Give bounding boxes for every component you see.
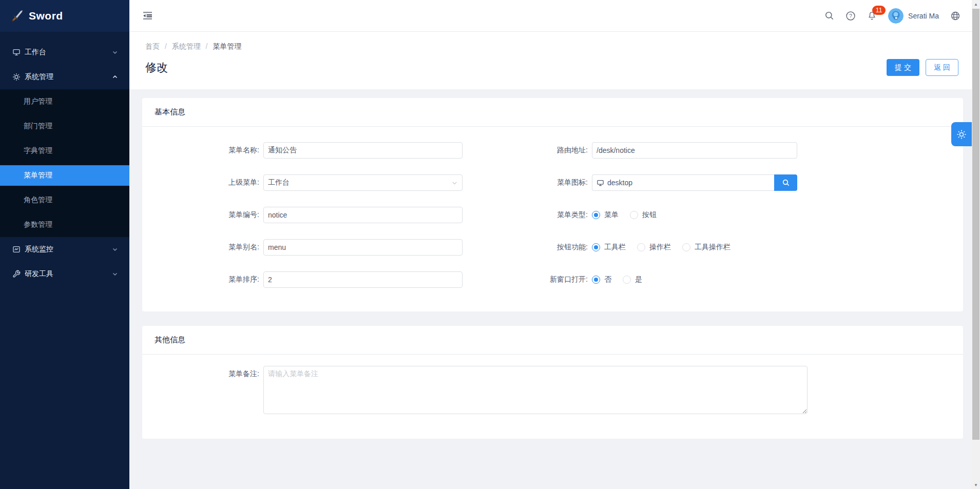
search-icon[interactable] [824,11,834,21]
sidebar-item-workbench[interactable]: 工作台 [0,40,129,65]
menu-name-input[interactable] [263,142,463,159]
scroll-down-arrow[interactable]: ▼ [972,481,980,489]
theme-settings-button[interactable] [951,122,972,146]
svg-text:?: ? [849,13,852,18]
sidebar-item-system-monitor[interactable]: 系统监控 [0,237,129,262]
sidebar-item-dept-mgmt[interactable]: 部门管理 [0,114,129,139]
button-func-label: 按钮功能: [463,243,592,252]
sidebar-item-label: 系统管理 [25,72,53,82]
sidebar-item-dev-tools[interactable]: 研发工具 [0,262,129,286]
breadcrumb-separator: / [206,42,208,50]
sidebar-item-label: 工作台 [25,48,46,57]
menu-icon-label: 菜单图标: [463,178,592,187]
help-icon[interactable]: ? [846,11,856,21]
menu-icon-field: desktop [592,174,797,191]
main-area: ? 11 Serati Ma 首页 / 系统管理 / [129,0,972,489]
sidebar-item-label: 部门管理 [24,122,52,131]
sidebar-item-label: 用户管理 [24,97,52,106]
radio-label: 否 [604,275,611,284]
sidebar-item-user-mgmt[interactable]: 用户管理 [0,89,129,114]
sidebar-item-menu-mgmt[interactable]: 菜单管理 [0,165,129,186]
sidebar-item-label: 系统监控 [25,245,53,254]
top-bar: ? 11 Serati Ma [129,0,972,32]
radio-yes[interactable]: 是 [623,275,642,284]
new-window-radio-group: 否 是 [592,275,654,284]
desktop-icon [12,48,21,56]
radio-button[interactable]: 按钮 [630,210,657,220]
remark-label: 菜单备注: [155,366,263,414]
language-globe-icon[interactable] [950,11,960,21]
icon-search-button[interactable] [774,174,797,191]
menu-name-label: 菜单名称: [155,146,263,155]
parent-menu-label: 上级菜单: [155,178,263,187]
chevron-down-icon [112,49,118,55]
sidebar-collapse-icon[interactable] [142,11,153,20]
radio-icon [682,243,690,251]
remark-textarea[interactable] [263,366,808,414]
brand-logo[interactable]: Sword [0,0,129,32]
system-mgmt-submenu: 用户管理 部门管理 字典管理 菜单管理 角色管理 参数管理 [0,89,129,237]
radio-icon [637,243,645,251]
back-button[interactable]: 返 回 [926,59,958,76]
menu-sort-label: 菜单排序: [155,275,263,284]
chevron-down-icon [112,246,118,252]
radio-label: 按钮 [642,210,657,220]
radio-label: 工具操作栏 [695,243,731,252]
breadcrumb-menu-mgmt: 菜单管理 [213,42,241,50]
sidebar-item-dict-mgmt[interactable]: 字典管理 [0,139,129,163]
menu-code-label: 菜单编号: [155,210,263,220]
route-input[interactable] [592,142,797,159]
menu-icon-input[interactable]: desktop [592,174,774,191]
radio-tool-action-bar[interactable]: 工具操作栏 [682,243,731,252]
scrollbar-thumb[interactable] [972,9,979,440]
gear-icon [12,73,21,81]
scrollbar[interactable]: ▲ ▼ [972,0,980,489]
avatar [888,8,904,24]
sidebar: Sword 工作台 系统管理 用户管理 部门管理 字典管理 菜单管理 [0,0,129,489]
scroll-up-arrow[interactable]: ▲ [972,0,980,8]
gear-icon [956,129,967,140]
notifications-bell[interactable]: 11 [867,11,877,21]
top-bar-right: ? 11 Serati Ma [824,8,960,24]
radio-icon [592,243,600,251]
sidebar-item-label: 研发工具 [25,269,53,279]
submit-button[interactable]: 提 交 [887,59,919,76]
page-title: 修改 [145,60,168,75]
radio-menu[interactable]: 菜单 [592,210,619,220]
menu-type-label: 菜单类型: [463,210,592,220]
user-name: Serati Ma [908,12,939,20]
breadcrumb-home[interactable]: 首页 [145,42,160,50]
search-icon [782,179,790,187]
menu-code-input[interactable] [263,207,463,223]
parent-menu-select[interactable]: 工作台 [263,174,463,191]
sword-logo-icon [10,9,24,23]
user-menu[interactable]: Serati Ma [888,8,939,24]
breadcrumb: 首页 / 系统管理 / 菜单管理 [145,42,958,51]
radio-icon [592,211,600,219]
page-head: 首页 / 系统管理 / 菜单管理 修改 提 交 返 回 [129,32,972,89]
radio-no[interactable]: 否 [592,275,611,284]
route-label: 路由地址: [463,146,592,155]
desktop-icon [597,179,604,187]
sidebar-item-system-mgmt[interactable]: 系统管理 [0,65,129,89]
sidebar-item-param-mgmt[interactable]: 参数管理 [0,212,129,237]
radio-icon [592,276,600,284]
wrench-icon [12,270,21,278]
page-actions: 提 交 返 回 [887,59,958,76]
breadcrumb-system-mgmt[interactable]: 系统管理 [172,42,201,50]
chevron-down-icon [112,271,118,277]
radio-label: 菜单 [604,210,619,220]
radio-action-bar[interactable]: 操作栏 [637,243,671,252]
other-info-card: 其他信息 菜单备注: [142,326,963,439]
sidebar-item-role-mgmt[interactable]: 角色管理 [0,188,129,212]
sidebar-menu: 工作台 系统管理 用户管理 部门管理 字典管理 菜单管理 角色管理 参数管理 [0,32,129,286]
monitor-chart-icon [12,245,21,253]
radio-toolbar[interactable]: 工具栏 [592,243,626,252]
menu-sort-input[interactable] [263,271,463,288]
parent-menu-value: 工作台 [268,178,290,187]
menu-alias-input[interactable] [263,239,463,256]
basic-info-card: 基本信息 菜单名称: 路由地址: 上级菜单: 工作台 [142,98,963,311]
brand-name: Sword [29,10,63,22]
new-window-label: 新窗口打开: [463,275,592,284]
radio-label: 工具栏 [604,243,626,252]
